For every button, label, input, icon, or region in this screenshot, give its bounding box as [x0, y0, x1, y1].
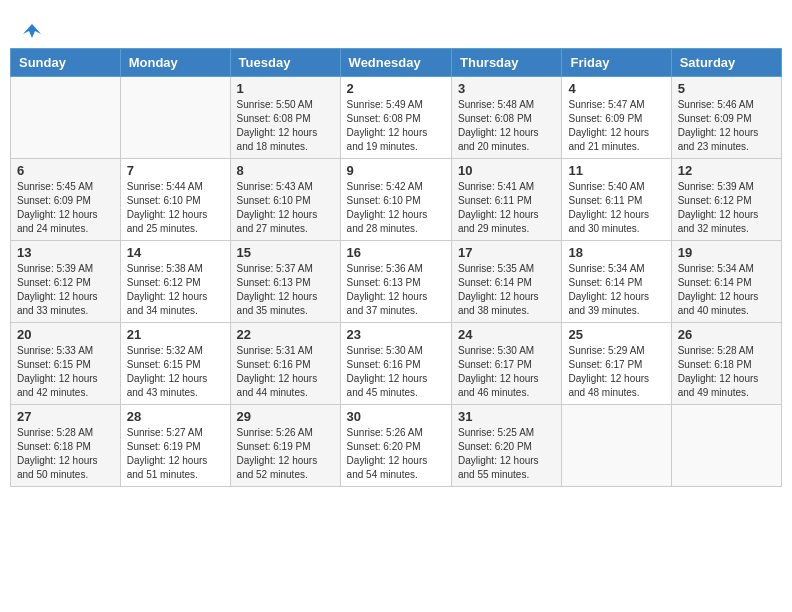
daylight-text: Daylight: 12 hours and 50 minutes.	[17, 454, 114, 482]
day-number: 30	[347, 409, 445, 424]
sunset-text: Sunset: 6:20 PM	[458, 440, 555, 454]
daylight-text: Daylight: 12 hours and 38 minutes.	[458, 290, 555, 318]
day-number: 26	[678, 327, 775, 342]
daylight-text: Daylight: 12 hours and 43 minutes.	[127, 372, 224, 400]
sunrise-text: Sunrise: 5:44 AM	[127, 180, 224, 194]
sunrise-text: Sunrise: 5:35 AM	[458, 262, 555, 276]
sunrise-text: Sunrise: 5:39 AM	[17, 262, 114, 276]
day-info: Sunrise: 5:31 AMSunset: 6:16 PMDaylight:…	[237, 344, 334, 400]
daylight-text: Daylight: 12 hours and 51 minutes.	[127, 454, 224, 482]
sunrise-text: Sunrise: 5:45 AM	[17, 180, 114, 194]
sunrise-text: Sunrise: 5:34 AM	[568, 262, 664, 276]
calendar-week-row: 1Sunrise: 5:50 AMSunset: 6:08 PMDaylight…	[11, 77, 782, 159]
calendar-day-cell	[11, 77, 121, 159]
calendar-day-cell: 3Sunrise: 5:48 AMSunset: 6:08 PMDaylight…	[452, 77, 562, 159]
calendar-day-cell: 27Sunrise: 5:28 AMSunset: 6:18 PMDayligh…	[11, 405, 121, 487]
daylight-text: Daylight: 12 hours and 18 minutes.	[237, 126, 334, 154]
day-info: Sunrise: 5:26 AMSunset: 6:19 PMDaylight:…	[237, 426, 334, 482]
day-info: Sunrise: 5:29 AMSunset: 6:17 PMDaylight:…	[568, 344, 664, 400]
sunset-text: Sunset: 6:11 PM	[568, 194, 664, 208]
sunset-text: Sunset: 6:17 PM	[568, 358, 664, 372]
weekday-header-monday: Monday	[120, 49, 230, 77]
day-number: 6	[17, 163, 114, 178]
calendar-day-cell: 9Sunrise: 5:42 AMSunset: 6:10 PMDaylight…	[340, 159, 451, 241]
calendar-day-cell: 17Sunrise: 5:35 AMSunset: 6:14 PMDayligh…	[452, 241, 562, 323]
day-info: Sunrise: 5:33 AMSunset: 6:15 PMDaylight:…	[17, 344, 114, 400]
weekday-header-friday: Friday	[562, 49, 671, 77]
calendar-week-row: 6Sunrise: 5:45 AMSunset: 6:09 PMDaylight…	[11, 159, 782, 241]
day-number: 8	[237, 163, 334, 178]
day-info: Sunrise: 5:42 AMSunset: 6:10 PMDaylight:…	[347, 180, 445, 236]
daylight-text: Daylight: 12 hours and 52 minutes.	[237, 454, 334, 482]
calendar-day-cell: 5Sunrise: 5:46 AMSunset: 6:09 PMDaylight…	[671, 77, 781, 159]
sunrise-text: Sunrise: 5:32 AM	[127, 344, 224, 358]
calendar-day-cell: 16Sunrise: 5:36 AMSunset: 6:13 PMDayligh…	[340, 241, 451, 323]
sunrise-text: Sunrise: 5:31 AM	[237, 344, 334, 358]
calendar-week-row: 27Sunrise: 5:28 AMSunset: 6:18 PMDayligh…	[11, 405, 782, 487]
day-number: 31	[458, 409, 555, 424]
calendar-day-cell: 7Sunrise: 5:44 AMSunset: 6:10 PMDaylight…	[120, 159, 230, 241]
day-info: Sunrise: 5:48 AMSunset: 6:08 PMDaylight:…	[458, 98, 555, 154]
calendar-day-cell: 13Sunrise: 5:39 AMSunset: 6:12 PMDayligh…	[11, 241, 121, 323]
daylight-text: Daylight: 12 hours and 33 minutes.	[17, 290, 114, 318]
sunset-text: Sunset: 6:19 PM	[127, 440, 224, 454]
day-info: Sunrise: 5:39 AMSunset: 6:12 PMDaylight:…	[17, 262, 114, 318]
sunset-text: Sunset: 6:19 PM	[237, 440, 334, 454]
sunset-text: Sunset: 6:15 PM	[17, 358, 114, 372]
daylight-text: Daylight: 12 hours and 27 minutes.	[237, 208, 334, 236]
day-info: Sunrise: 5:32 AMSunset: 6:15 PMDaylight:…	[127, 344, 224, 400]
calendar-day-cell: 21Sunrise: 5:32 AMSunset: 6:15 PMDayligh…	[120, 323, 230, 405]
day-info: Sunrise: 5:46 AMSunset: 6:09 PMDaylight:…	[678, 98, 775, 154]
calendar-day-cell: 19Sunrise: 5:34 AMSunset: 6:14 PMDayligh…	[671, 241, 781, 323]
calendar-day-cell: 10Sunrise: 5:41 AMSunset: 6:11 PMDayligh…	[452, 159, 562, 241]
daylight-text: Daylight: 12 hours and 29 minutes.	[458, 208, 555, 236]
day-info: Sunrise: 5:47 AMSunset: 6:09 PMDaylight:…	[568, 98, 664, 154]
day-number: 1	[237, 81, 334, 96]
day-info: Sunrise: 5:27 AMSunset: 6:19 PMDaylight:…	[127, 426, 224, 482]
sunrise-text: Sunrise: 5:27 AM	[127, 426, 224, 440]
day-info: Sunrise: 5:30 AMSunset: 6:17 PMDaylight:…	[458, 344, 555, 400]
daylight-text: Daylight: 12 hours and 48 minutes.	[568, 372, 664, 400]
daylight-text: Daylight: 12 hours and 24 minutes.	[17, 208, 114, 236]
sunrise-text: Sunrise: 5:28 AM	[678, 344, 775, 358]
sunset-text: Sunset: 6:10 PM	[237, 194, 334, 208]
weekday-header-sunday: Sunday	[11, 49, 121, 77]
calendar-day-cell: 11Sunrise: 5:40 AMSunset: 6:11 PMDayligh…	[562, 159, 671, 241]
day-number: 18	[568, 245, 664, 260]
day-number: 23	[347, 327, 445, 342]
day-info: Sunrise: 5:49 AMSunset: 6:08 PMDaylight:…	[347, 98, 445, 154]
day-number: 29	[237, 409, 334, 424]
sunset-text: Sunset: 6:20 PM	[347, 440, 445, 454]
daylight-text: Daylight: 12 hours and 44 minutes.	[237, 372, 334, 400]
day-number: 22	[237, 327, 334, 342]
sunrise-text: Sunrise: 5:47 AM	[568, 98, 664, 112]
sunset-text: Sunset: 6:14 PM	[458, 276, 555, 290]
sunset-text: Sunset: 6:18 PM	[17, 440, 114, 454]
svg-marker-0	[23, 24, 41, 38]
calendar-day-cell	[671, 405, 781, 487]
sunset-text: Sunset: 6:09 PM	[17, 194, 114, 208]
day-number: 24	[458, 327, 555, 342]
day-number: 9	[347, 163, 445, 178]
daylight-text: Daylight: 12 hours and 25 minutes.	[127, 208, 224, 236]
sunset-text: Sunset: 6:09 PM	[678, 112, 775, 126]
daylight-text: Daylight: 12 hours and 46 minutes.	[458, 372, 555, 400]
sunrise-text: Sunrise: 5:40 AM	[568, 180, 664, 194]
day-number: 14	[127, 245, 224, 260]
day-info: Sunrise: 5:39 AMSunset: 6:12 PMDaylight:…	[678, 180, 775, 236]
daylight-text: Daylight: 12 hours and 37 minutes.	[347, 290, 445, 318]
day-info: Sunrise: 5:50 AMSunset: 6:08 PMDaylight:…	[237, 98, 334, 154]
sunset-text: Sunset: 6:16 PM	[347, 358, 445, 372]
calendar-day-cell: 30Sunrise: 5:26 AMSunset: 6:20 PMDayligh…	[340, 405, 451, 487]
day-number: 7	[127, 163, 224, 178]
day-number: 25	[568, 327, 664, 342]
sunrise-text: Sunrise: 5:38 AM	[127, 262, 224, 276]
day-number: 5	[678, 81, 775, 96]
weekday-header-saturday: Saturday	[671, 49, 781, 77]
sunrise-text: Sunrise: 5:26 AM	[347, 426, 445, 440]
calendar-day-cell: 25Sunrise: 5:29 AMSunset: 6:17 PMDayligh…	[562, 323, 671, 405]
sunset-text: Sunset: 6:08 PM	[237, 112, 334, 126]
logo	[20, 20, 44, 38]
day-number: 19	[678, 245, 775, 260]
day-number: 4	[568, 81, 664, 96]
